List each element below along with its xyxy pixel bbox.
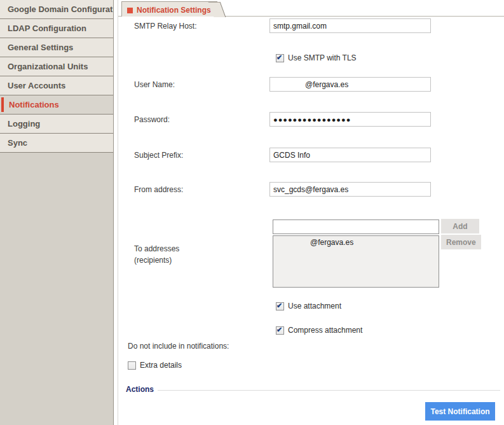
- selected-indicator: [1, 97, 4, 112]
- to-addresses-label-line2: (recipients): [134, 256, 172, 265]
- to-addresses-label: To addresses (recipients): [134, 243, 179, 266]
- from-address-input[interactable]: [269, 182, 431, 197]
- sidebar: Google Domain Configuration LDAP Configu…: [0, 0, 114, 425]
- sidebar-item-ldap-configuration[interactable]: LDAP Configuration: [0, 19, 113, 38]
- checkbox-icon: [276, 302, 284, 310]
- checkbox-icon: [276, 326, 284, 335]
- add-recipient-button[interactable]: Add: [441, 219, 479, 233]
- user-name-label: User Name:: [134, 80, 175, 89]
- tab-label: Notification Settings: [137, 6, 211, 15]
- subject-prefix-label: Subject Prefix:: [134, 151, 183, 160]
- sidebar-item-notifications[interactable]: Notifications: [0, 95, 113, 115]
- use-attachment-checkbox[interactable]: Use attachment: [276, 302, 341, 311]
- do-not-include-label: Do not include in notifications:: [128, 342, 229, 351]
- recipients-listbox[interactable]: @fergava.es: [273, 235, 439, 288]
- sidebar-item-google-domain-configuration[interactable]: Google Domain Configuration: [0, 0, 113, 19]
- remove-recipient-button[interactable]: Remove: [441, 235, 481, 249]
- gcds-settings-window: Google Domain Configuration LDAP Configu…: [0, 0, 504, 425]
- notification-settings-panel: Notification Settings SMTP Relay Host: U…: [118, 0, 504, 425]
- from-address-label: From address:: [134, 185, 183, 194]
- checkbox-icon: [276, 54, 284, 62]
- smtp-relay-host-label: SMTP Relay Host:: [134, 22, 196, 31]
- sidebar-item-user-accounts[interactable]: User Accounts: [0, 76, 113, 95]
- to-addresses-label-line1: To addresses: [134, 244, 179, 253]
- tab-notification-settings[interactable]: Notification Settings: [121, 1, 217, 17]
- compress-attachment-checkbox[interactable]: Compress attachment: [276, 326, 362, 335]
- sidebar-item-logging[interactable]: Logging: [0, 115, 113, 134]
- use-smtp-tls-label: Use SMTP with TLS: [288, 53, 357, 62]
- sidebar-item-label: Notifications: [9, 100, 59, 109]
- sidebar-item-organizational-units[interactable]: Organizational Units: [0, 57, 113, 76]
- smtp-relay-host-input[interactable]: [269, 18, 431, 33]
- checkbox-icon: [128, 361, 136, 370]
- sidebar-item-sync[interactable]: Sync: [0, 134, 113, 153]
- user-name-input[interactable]: [269, 77, 431, 92]
- use-attachment-label: Use attachment: [288, 302, 341, 310]
- compress-attachment-label: Compress attachment: [288, 326, 362, 335]
- recipient-entry-input[interactable]: [273, 219, 439, 234]
- actions-group-title: Actions: [126, 385, 154, 394]
- test-notification-button[interactable]: Test Notification: [425, 402, 495, 421]
- red-square-icon: [127, 8, 133, 13]
- sidebar-item-general-settings[interactable]: General Settings: [0, 38, 113, 57]
- recipient-list-item[interactable]: @fergava.es: [273, 236, 439, 248]
- subject-prefix-input[interactable]: [269, 148, 431, 162]
- password-label: Password:: [134, 115, 170, 124]
- use-smtp-tls-checkbox[interactable]: Use SMTP with TLS: [276, 54, 357, 63]
- extra-details-checkbox[interactable]: Extra details: [128, 361, 182, 370]
- actions-group-divider: [158, 390, 500, 391]
- extra-details-label: Extra details: [140, 361, 182, 370]
- password-input[interactable]: [269, 112, 431, 127]
